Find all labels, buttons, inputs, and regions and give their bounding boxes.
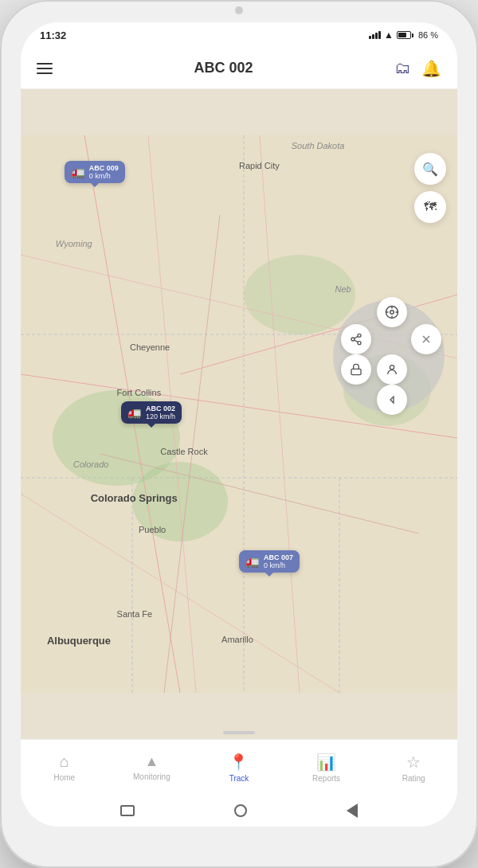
battery-icon — [397, 31, 413, 39]
lock-button[interactable] — [341, 354, 371, 385]
notification-icon[interactable]: 🔔 — [421, 59, 441, 78]
wifi-icon: ▲ — [384, 29, 394, 41]
phone-screen: 11:32 ▲ 86 % ABC 002 — [21, 22, 457, 827]
recent-apps-button[interactable] — [120, 805, 135, 816]
status-time: 11:32 — [40, 29, 66, 41]
camera — [235, 6, 243, 14]
truck-icon-abc002: 🚛 — [127, 406, 141, 419]
nav-track[interactable]: 📍 Track — [195, 753, 283, 783]
svg-rect-32 — [351, 369, 361, 374]
radial-menu — [333, 300, 453, 420]
bottom-nav: ⌂ Home ▲ Monitoring 📍 Track 📊 Reports ☆ … — [21, 739, 457, 795]
locate-button[interactable] — [377, 297, 407, 327]
rating-icon: ☆ — [406, 753, 421, 772]
battery-percent: 86 % — [418, 30, 438, 40]
nav-reports[interactable]: 📊 Reports — [283, 753, 370, 783]
nav-monitoring-label: Monitoring — [133, 772, 170, 781]
driver-button[interactable] — [377, 354, 407, 385]
reports-icon: 📊 — [316, 753, 336, 772]
vehicle-id-abc002: ABC 002 — [146, 405, 175, 412]
vehicle-id-abc009: ABC 009 — [89, 164, 119, 172]
track-icon: 📍 — [229, 753, 249, 772]
home-button[interactable] — [234, 804, 247, 817]
header-actions: 🗂 🔔 — [394, 59, 441, 78]
nav-home[interactable]: ⌂ Home — [21, 753, 108, 782]
android-nav-bar — [21, 795, 457, 827]
nav-rating-label: Rating — [402, 774, 425, 783]
vehicle-abc009[interactable]: 🚛 ABC 009 0 km/h — [65, 161, 125, 183]
monitoring-icon: ▲ — [144, 753, 159, 770]
vehicle-speed-abc007: 0 km/h — [264, 561, 293, 569]
folder-icon[interactable]: 🗂 — [394, 59, 410, 77]
share-button[interactable] — [341, 324, 371, 354]
map-type-button[interactable]: 🗺 — [414, 191, 446, 223]
vehicle-abc007[interactable]: 🚛 ABC 007 0 km/h — [239, 550, 300, 573]
svg-point-27 — [358, 342, 361, 345]
app-header: ABC 002 🗂 🔔 — [21, 48, 457, 89]
home-icon: ⌂ — [60, 753, 69, 771]
vehicle-speed-abc002: 120 km/h — [146, 412, 175, 420]
svg-point-33 — [390, 366, 394, 369]
svg-line-29 — [355, 336, 358, 338]
nav-monitoring[interactable]: ▲ Monitoring — [108, 753, 196, 781]
map-controls: 🔍 🗺 — [414, 153, 446, 223]
menu-button[interactable] — [37, 63, 53, 74]
nav-home-label: Home — [53, 773, 75, 782]
svg-line-28 — [355, 340, 358, 342]
status-bar: 11:32 ▲ 86 % — [21, 22, 457, 48]
vehicle-speed-abc009: 0 km/h — [89, 172, 119, 180]
direction-button[interactable] — [377, 385, 407, 415]
vehicle-id-abc007: ABC 007 — [264, 553, 293, 561]
vehicle-abc002[interactable]: 🚛 ABC 002 120 km/h — [121, 401, 182, 424]
map-area[interactable]: Wyoming South Dakota Rapid City Cheyenne… — [21, 89, 457, 739]
back-button[interactable] — [347, 803, 358, 818]
signal-icon — [369, 31, 381, 39]
search-map-button[interactable]: 🔍 — [414, 153, 446, 185]
svg-point-20 — [390, 311, 394, 315]
svg-point-25 — [358, 334, 361, 337]
close-button[interactable] — [411, 324, 441, 354]
svg-point-26 — [351, 338, 355, 341]
phone-frame: 11:32 ▲ 86 % ABC 002 — [0, 0, 478, 868]
nav-track-label: Track — [229, 774, 249, 783]
drag-handle — [223, 731, 255, 734]
truck-icon-abc009: 🚛 — [71, 166, 84, 178]
truck-icon-abc007: 🚛 — [245, 555, 259, 568]
page-title: ABC 002 — [194, 60, 253, 76]
svg-marker-34 — [390, 397, 394, 403]
status-icons: ▲ 86 % — [369, 29, 438, 41]
nav-rating[interactable]: ☆ Rating — [370, 753, 457, 783]
nav-reports-label: Reports — [312, 774, 340, 783]
